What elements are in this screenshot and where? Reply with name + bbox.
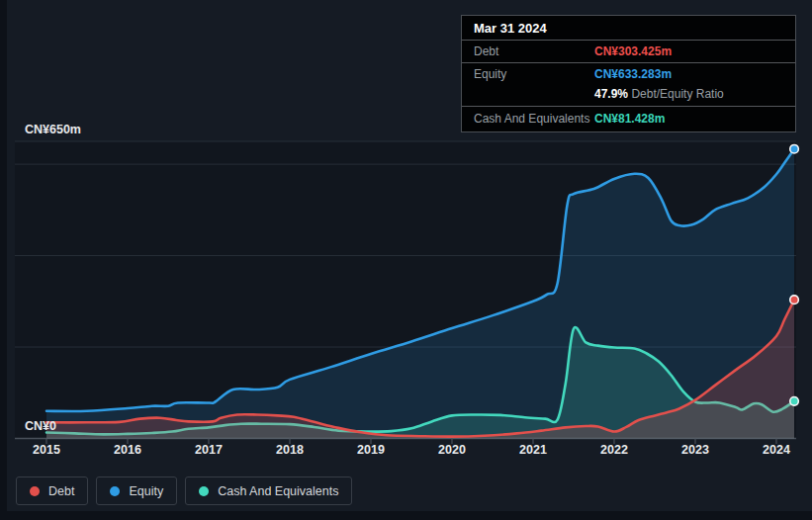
legend-debt-label: Debt — [48, 484, 74, 498]
tooltip-row-cash: Cash And Equivalents CN¥81.428m — [462, 107, 795, 131]
debt-equity-ratio-value: 47.9% — [594, 87, 628, 101]
x-axis-label-2021: 2021 — [503, 443, 563, 457]
tooltip-debt-value: CN¥303.425m — [594, 43, 672, 59]
tooltip-date: Mar 31 2024 — [462, 16, 795, 41]
tooltip-row-ratio: 47.9% Debt/Equity Ratio — [462, 84, 795, 107]
y-axis-label-zero: CN¥0 — [25, 419, 56, 433]
tooltip-debt-label: Debt — [474, 43, 594, 59]
x-axis-label-2016: 2016 — [98, 443, 157, 457]
legend-cash-label: Cash And Equivalents — [218, 484, 338, 498]
equity-dot-icon — [110, 486, 120, 496]
x-axis-label-2017: 2017 — [179, 443, 238, 457]
tooltip-cash-value: CN¥81.428m — [594, 111, 665, 127]
legend-item-cash[interactable]: Cash And Equivalents — [185, 477, 352, 505]
legend-item-equity[interactable]: Equity — [96, 477, 177, 505]
x-axis-label-2015: 2015 — [17, 443, 76, 457]
legend-item-debt[interactable]: Debt — [16, 477, 88, 505]
x-axis-label-2023: 2023 — [666, 443, 725, 457]
x-axis-label-2022: 2022 — [585, 443, 644, 457]
chart-legend: Debt Equity Cash And Equivalents — [16, 477, 352, 505]
cash-dot-icon — [199, 486, 209, 496]
y-axis-label-max: CN¥650m — [25, 123, 81, 136]
tooltip-cash-label: Cash And Equivalents — [474, 111, 594, 127]
legend-equity-label: Equity — [129, 484, 163, 498]
tooltip-row-debt: Debt CN¥303.425m — [462, 41, 795, 63]
chart-panel: CN¥650m CN¥0 201520162017201820192020202… — [0, 0, 812, 520]
x-axis-label-2024: 2024 — [747, 443, 806, 457]
debt-end-marker[interactable] — [790, 296, 799, 304]
chart-tooltip: Mar 31 2024 Debt CN¥303.425m Equity CN¥6… — [461, 15, 796, 132]
x-axis-label-2020: 2020 — [422, 443, 482, 457]
x-axis-label-2019: 2019 — [341, 443, 401, 457]
equity-end-marker[interactable] — [790, 144, 799, 153]
debt-dot-icon — [30, 486, 40, 496]
tooltip-equity-label: Equity — [474, 66, 594, 82]
cash-and-equivalents-end-marker[interactable] — [790, 397, 799, 406]
x-axis-label-2018: 2018 — [260, 443, 319, 457]
tooltip-row-equity: Equity CN¥633.283m — [462, 63, 795, 84]
debt-equity-ratio-label: Debt/Equity Ratio — [631, 87, 723, 101]
tooltip-equity-value: CN¥633.283m — [594, 66, 672, 82]
